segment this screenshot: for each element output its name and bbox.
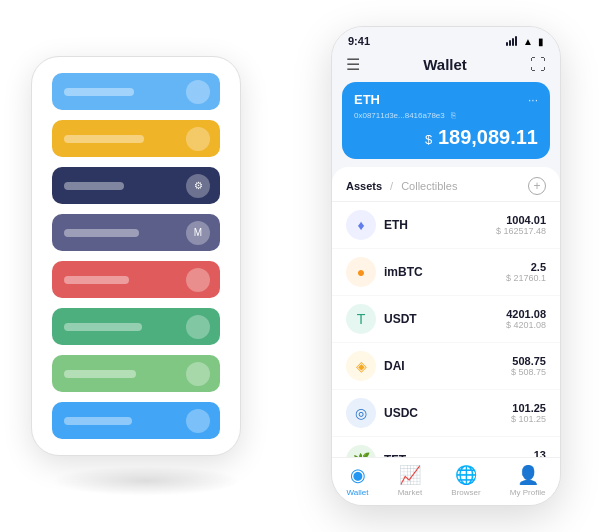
color-card-icon-4 xyxy=(186,268,210,292)
asset-name-eth: ETH xyxy=(384,218,496,232)
add-asset-button[interactable]: + xyxy=(528,177,546,195)
asset-name-imbtc: imBTC xyxy=(384,265,506,279)
eth-card-more[interactable]: ··· xyxy=(528,93,538,107)
asset-icon-usdt: T xyxy=(346,304,376,334)
color-card-icon-6 xyxy=(186,362,210,386)
asset-name-usdt: USDT xyxy=(384,312,506,326)
browser-nav-icon: 🌐 xyxy=(455,464,477,486)
asset-amounts-eth: 1004.01$ 162517.48 xyxy=(496,214,546,236)
menu-icon[interactable]: ☰ xyxy=(346,55,360,74)
color-card-1 xyxy=(52,120,220,157)
asset-amounts-dai: 508.75$ 508.75 xyxy=(511,355,546,377)
back-phone: ⚙M xyxy=(31,56,241,456)
asset-icon-eth: ♦ xyxy=(346,210,376,240)
asset-usd-usdc: $ 101.25 xyxy=(511,414,546,424)
list-item[interactable]: ●imBTC2.5$ 21760.1 xyxy=(332,249,560,296)
profile-nav-icon: 👤 xyxy=(517,464,539,486)
tab-separator: / xyxy=(390,180,393,192)
assets-tabs: Assets / Collectibles xyxy=(346,180,457,192)
asset-name-dai: DAI xyxy=(384,359,511,373)
market-nav-icon: 📈 xyxy=(399,464,421,486)
list-item[interactable]: ◎USDC101.25$ 101.25 xyxy=(332,390,560,437)
status-time: 9:41 xyxy=(348,35,370,47)
color-card-icon-3: M xyxy=(186,221,210,245)
asset-usd-imbtc: $ 21760.1 xyxy=(506,273,546,283)
color-card-4 xyxy=(52,261,220,298)
list-item[interactable]: TUSDT4201.08$ 4201.08 xyxy=(332,296,560,343)
asset-icon-usdc: ◎ xyxy=(346,398,376,428)
color-card-icon-0 xyxy=(186,80,210,104)
browser-nav-label: Browser xyxy=(451,488,480,497)
color-card-3: M xyxy=(52,214,220,251)
nav-market[interactable]: 📈 Market xyxy=(398,464,422,497)
color-card-0 xyxy=(52,73,220,110)
nav-wallet[interactable]: ◉ Wallet xyxy=(347,464,369,497)
scene: ⚙M 9:41 ▲ ▮ ☰ Wallet ⛶ xyxy=(21,16,581,516)
asset-rows: ♦ETH1004.01$ 162517.48●imBTC2.5$ 21760.1… xyxy=(332,202,560,457)
battery-icon: ▮ xyxy=(538,36,544,47)
profile-nav-label: My Profile xyxy=(510,488,546,497)
asset-amounts-tft: 130 xyxy=(534,449,546,457)
status-bar: 9:41 ▲ ▮ xyxy=(332,27,560,51)
signal-icon xyxy=(506,36,517,46)
tab-collectibles[interactable]: Collectibles xyxy=(401,180,457,192)
market-nav-label: Market xyxy=(398,488,422,497)
asset-qty-tft: 13 xyxy=(534,449,546,457)
eth-card[interactable]: ETH ··· 0x08711d3e...8416a78e3 ⎘ $ 189,0… xyxy=(342,82,550,159)
asset-icon-tft: 🌿 xyxy=(346,445,376,457)
status-icons: ▲ ▮ xyxy=(506,36,544,47)
eth-card-header: ETH ··· xyxy=(354,92,538,107)
assets-header: Assets / Collectibles + xyxy=(332,167,560,202)
asset-icon-imbtc: ● xyxy=(346,257,376,287)
list-item[interactable]: 🌿TFT130 xyxy=(332,437,560,457)
bottom-nav: ◉ Wallet 📈 Market 🌐 Browser 👤 My Profile xyxy=(332,457,560,505)
asset-qty-usdc: 101.25 xyxy=(511,402,546,414)
asset-qty-eth: 1004.01 xyxy=(496,214,546,226)
color-card-6 xyxy=(52,355,220,392)
wallet-nav-icon: ◉ xyxy=(350,464,366,486)
top-nav: ☰ Wallet ⛶ xyxy=(332,51,560,82)
color-card-7 xyxy=(52,402,220,439)
asset-usd-dai: $ 508.75 xyxy=(511,367,546,377)
asset-amounts-usdc: 101.25$ 101.25 xyxy=(511,402,546,424)
asset-usd-eth: $ 162517.48 xyxy=(496,226,546,236)
eth-card-label: ETH xyxy=(354,92,380,107)
assets-section: Assets / Collectibles + ♦ETH1004.01$ 162… xyxy=(332,167,560,457)
list-item[interactable]: ♦ETH1004.01$ 162517.48 xyxy=(332,202,560,249)
wallet-nav-label: Wallet xyxy=(347,488,369,497)
asset-usd-usdt: $ 4201.08 xyxy=(506,320,546,330)
list-item[interactable]: ◈DAI508.75$ 508.75 xyxy=(332,343,560,390)
asset-qty-dai: 508.75 xyxy=(511,355,546,367)
nav-profile[interactable]: 👤 My Profile xyxy=(510,464,546,497)
color-card-icon-5 xyxy=(186,315,210,339)
color-card-icon-1 xyxy=(186,127,210,151)
nav-browser[interactable]: 🌐 Browser xyxy=(451,464,480,497)
expand-icon[interactable]: ⛶ xyxy=(530,56,546,74)
eth-address: 0x08711d3e...8416a78e3 ⎘ xyxy=(354,111,538,120)
color-card-icon-7 xyxy=(186,409,210,433)
wifi-icon: ▲ xyxy=(523,36,533,47)
asset-icon-dai: ◈ xyxy=(346,351,376,381)
tab-assets[interactable]: Assets xyxy=(346,180,382,192)
color-card-icon-2: ⚙ xyxy=(186,174,210,198)
color-card-5 xyxy=(52,308,220,345)
eth-balance: $ 189,089.11 xyxy=(354,126,538,149)
asset-qty-imbtc: 2.5 xyxy=(506,261,546,273)
wallet-title: Wallet xyxy=(423,56,467,73)
asset-amounts-imbtc: 2.5$ 21760.1 xyxy=(506,261,546,283)
front-phone: 9:41 ▲ ▮ ☰ Wallet ⛶ ETH ··· xyxy=(331,26,561,506)
asset-qty-usdt: 4201.08 xyxy=(506,308,546,320)
asset-amounts-usdt: 4201.08$ 4201.08 xyxy=(506,308,546,330)
asset-name-usdc: USDC xyxy=(384,406,511,420)
color-card-2: ⚙ xyxy=(52,167,220,204)
